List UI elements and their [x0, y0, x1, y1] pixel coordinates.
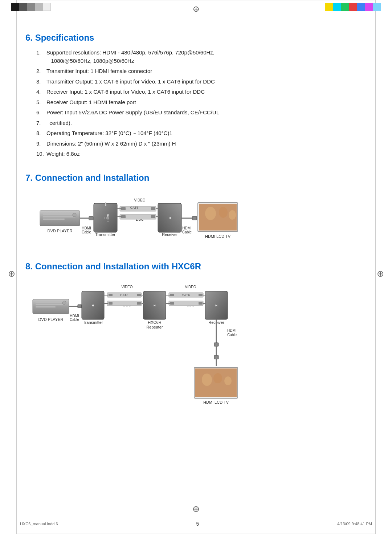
spec-text-9: Dimensions: 2" (50mm) W x 2 62mm) D x " … — [46, 140, 176, 148]
spec-item-5: 5. Receiver Output: 1 HDMI female port — [36, 98, 367, 107]
svg-text:Cable: Cable — [227, 333, 237, 337]
svg-text:Transmitter: Transmitter — [95, 232, 115, 237]
svg-text:Transmitter: Transmitter — [83, 320, 103, 325]
spec-num-7: 7. — [36, 119, 46, 127]
svg-rect-78 — [170, 302, 174, 305]
svg-rect-73 — [170, 294, 174, 296]
svg-text:Cable: Cable — [70, 318, 79, 322]
swatch-lightgray — [35, 3, 43, 11]
svg-rect-3 — [43, 219, 65, 220]
swatch-gray — [27, 3, 35, 11]
margin-line-left — [16, 0, 17, 534]
spec-num-5: 5. — [36, 98, 46, 107]
svg-rect-74 — [199, 294, 203, 296]
page-number: 5 — [196, 521, 199, 527]
section-6-heading: 6. Specifications — [25, 33, 367, 43]
svg-text:DVD PLAYER: DVD PLAYER — [38, 317, 64, 322]
spec-item-9: 9. Dimensions: 2" (50mm) W x 2 62mm) D x… — [36, 140, 367, 148]
color-swatches-right — [325, 3, 381, 13]
top-bar: ⊕ — [0, 3, 392, 13]
svg-text:HDMI: HDMI — [182, 226, 192, 230]
section-7: 7. Connection and Installation — [25, 173, 367, 247]
spec-num-10: 10. — [36, 150, 46, 158]
svg-text:Cable: Cable — [82, 230, 91, 234]
section-8-heading: 8. Connection and Installation with HXC6… — [25, 261, 367, 272]
svg-text:Receiver: Receiver — [162, 232, 178, 237]
spec-text-2: Transmitter Input: 1 HDMI female connect… — [46, 67, 152, 76]
svg-rect-92 — [214, 355, 219, 359]
diagram-8-svg: DVD PLAYER HDMI Cable H Transmitter VIDE… — [25, 277, 367, 415]
top-line — [16, 0, 376, 0]
crosshair-top: ⊕ — [193, 4, 199, 14]
svg-rect-2 — [43, 216, 75, 217]
svg-rect-79 — [199, 302, 203, 305]
svg-text:Repeater: Repeater — [146, 325, 163, 329]
svg-rect-62 — [137, 302, 141, 305]
svg-text:DVD PLAYER: DVD PLAYER — [48, 229, 73, 233]
svg-text:H: H — [169, 216, 171, 220]
svg-text:HDMI: HDMI — [227, 329, 237, 333]
spec-item-2: 2. Transmitter Input: 1 HDMI female conn… — [36, 67, 367, 76]
svg-point-39 — [229, 210, 236, 220]
swatch-darkgray — [19, 3, 27, 11]
footer-date-info: 4/13/09 9:48:41 PM — [337, 522, 372, 526]
page-content: 6. Specifications 1. Supported resolutio… — [0, 15, 392, 444]
spec-num-9: 9. — [36, 140, 46, 148]
svg-text:H: H — [154, 304, 156, 307]
spec-item-1: 1. Supported resolutions: HDMI - 480i/48… — [36, 49, 367, 65]
svg-rect-61 — [109, 302, 113, 305]
section-8-diagram: DVD PLAYER HDMI Cable H Transmitter VIDE… — [25, 277, 367, 415]
color-swatches-left — [11, 3, 51, 13]
spec-num-2: 2. — [36, 67, 46, 76]
svg-rect-57 — [137, 294, 141, 296]
svg-rect-1 — [43, 213, 75, 215]
svg-text:▐: ▐ — [104, 202, 107, 206]
svg-point-45 — [62, 301, 66, 305]
spec-text-7: certified). — [46, 119, 72, 127]
spec-num-3: 3. — [36, 78, 46, 86]
swatch-lightblue — [373, 3, 381, 11]
svg-rect-44 — [36, 306, 56, 307]
svg-rect-88 — [214, 343, 219, 346]
svg-text:HDMI LCD TV: HDMI LCD TV — [203, 400, 229, 404]
svg-text:H: H — [105, 216, 107, 220]
swatch-white — [43, 3, 51, 11]
svg-point-38 — [219, 207, 228, 218]
svg-text:VIDEO: VIDEO — [185, 285, 196, 289]
spec-item-10: 10. Weight: 6.8oz — [36, 150, 367, 158]
svg-point-96 — [202, 374, 212, 386]
diagram-7-svg: DVD PLAYER HDMI Cable HDMI H ▐ Transmitt… — [33, 189, 359, 247]
specs-list: 1. Supported resolutions: HDMI - 480i/48… — [25, 49, 367, 158]
svg-rect-7 — [89, 216, 93, 220]
swatch-yellow — [325, 3, 333, 11]
crosshair-right-mid: ⊕ — [377, 269, 384, 279]
section-8: 8. Connection and Installation with HXC6… — [25, 261, 367, 415]
spec-text-10: Weight: 6.8oz — [46, 150, 79, 158]
svg-text:CAT6: CAT6 — [182, 293, 190, 297]
spec-num-1: 1. — [36, 49, 46, 65]
swatch-magenta — [365, 3, 373, 11]
svg-text:CAT6: CAT6 — [120, 293, 128, 297]
svg-rect-56 — [109, 294, 113, 296]
spec-item-7: 7. certified). — [36, 119, 367, 127]
svg-rect-0 — [40, 211, 80, 226]
svg-text:HDMI: HDMI — [106, 214, 110, 221]
spec-item-8: 8. Operating Temperature: 32°F (0°C) ~ 1… — [36, 129, 367, 138]
svg-text:H: H — [92, 304, 94, 307]
svg-rect-32 — [192, 216, 197, 220]
svg-point-97 — [213, 373, 222, 383]
spec-item-6: 6. Power: Input 5V/2.6A DC Power Supply … — [36, 109, 367, 117]
spec-num-4: 4. — [36, 88, 46, 96]
svg-point-37 — [205, 207, 216, 220]
svg-rect-42 — [36, 302, 65, 303]
swatch-green — [341, 3, 349, 11]
svg-text:HDMI: HDMI — [82, 226, 91, 230]
svg-point-4 — [73, 213, 76, 217]
spec-text-8: Operating Temperature: 32°F (0°C) ~ 104°… — [46, 129, 172, 138]
svg-text:HXC6R: HXC6R — [148, 320, 161, 325]
swatch-red — [349, 3, 357, 11]
swatch-black — [11, 3, 19, 11]
footer-file-info: HXC6_manual.indd 6 — [20, 522, 58, 526]
crosshair-bottom: ⊕ — [192, 504, 200, 514]
spec-text-1: Supported resolutions: HDMI - 480i/480p,… — [46, 49, 215, 65]
